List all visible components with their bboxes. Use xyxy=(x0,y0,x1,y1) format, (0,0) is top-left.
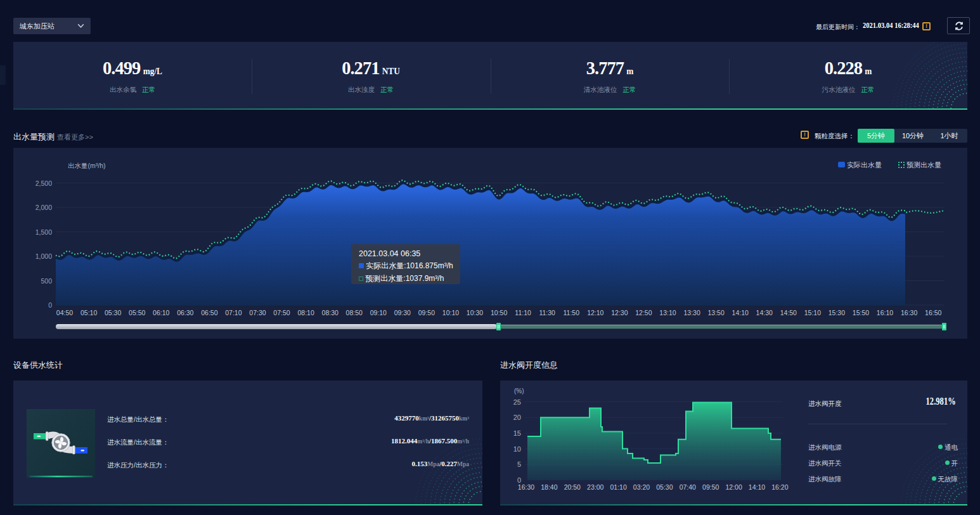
svg-text:11:30: 11:30 xyxy=(539,309,555,316)
svg-text:5: 5 xyxy=(517,460,521,468)
svg-text:14:10: 14:10 xyxy=(749,483,765,491)
svg-text:10:50: 10:50 xyxy=(491,309,507,316)
svg-text:05:10: 05:10 xyxy=(81,309,97,316)
svg-text:04:50: 04:50 xyxy=(56,309,73,316)
svg-text:0: 0 xyxy=(48,301,52,309)
svg-text:08:50: 08:50 xyxy=(346,309,363,316)
svg-text:18:40: 18:40 xyxy=(541,483,557,491)
svg-text:05:30: 05:30 xyxy=(656,483,673,491)
svg-text:16:30: 16:30 xyxy=(518,483,534,491)
svg-text:16:50: 16:50 xyxy=(925,309,941,316)
svg-text:12:50: 12:50 xyxy=(635,309,652,316)
svg-text:14:30: 14:30 xyxy=(756,309,773,316)
svg-text:16:10: 16:10 xyxy=(877,309,893,316)
svg-text:06:30: 06:30 xyxy=(177,309,193,316)
svg-text:09:50: 09:50 xyxy=(418,309,435,316)
svg-text:08:30: 08:30 xyxy=(322,309,338,316)
svg-text:16:20: 16:20 xyxy=(771,483,788,491)
svg-text:11:50: 11:50 xyxy=(564,309,580,316)
svg-text:12:30: 12:30 xyxy=(611,309,628,316)
svg-text:500: 500 xyxy=(41,277,52,285)
svg-text:05:50: 05:50 xyxy=(129,309,145,316)
svg-text:07:30: 07:30 xyxy=(249,309,266,316)
svg-text:13:50: 13:50 xyxy=(707,309,724,316)
svg-text:1,000: 1,000 xyxy=(35,252,52,260)
svg-text:20: 20 xyxy=(513,414,521,421)
svg-text:2,000: 2,000 xyxy=(35,204,52,211)
svg-text:13:30: 13:30 xyxy=(683,309,700,316)
svg-text:10:10: 10:10 xyxy=(442,309,459,316)
svg-text:15:50: 15:50 xyxy=(853,309,869,316)
svg-text:2,500: 2,500 xyxy=(35,179,52,187)
svg-text:01:10: 01:10 xyxy=(610,483,626,491)
svg-text:11:10: 11:10 xyxy=(515,309,531,316)
svg-text:15:10: 15:10 xyxy=(804,309,821,316)
svg-text:23:00: 23:00 xyxy=(587,483,603,491)
svg-text:14:10: 14:10 xyxy=(732,309,749,316)
svg-text:10:30: 10:30 xyxy=(467,309,483,316)
svg-text:03:20: 03:20 xyxy=(633,483,650,491)
svg-text:09:50: 09:50 xyxy=(702,483,719,491)
svg-text:16:30: 16:30 xyxy=(901,309,917,316)
svg-text:09:30: 09:30 xyxy=(394,309,411,316)
svg-text:12:10: 12:10 xyxy=(587,309,603,316)
svg-text:07:10: 07:10 xyxy=(225,309,242,316)
svg-text:10: 10 xyxy=(513,445,521,453)
svg-text:06:10: 06:10 xyxy=(153,309,169,316)
svg-text:09:10: 09:10 xyxy=(370,309,387,316)
svg-text:15:30: 15:30 xyxy=(828,309,845,316)
svg-text:05:30: 05:30 xyxy=(105,309,121,316)
svg-text:12:00: 12:00 xyxy=(725,483,742,491)
svg-text:1,500: 1,500 xyxy=(35,228,52,236)
svg-text:08:10: 08:10 xyxy=(297,309,314,316)
svg-text:15: 15 xyxy=(513,429,521,437)
svg-text:07:50: 07:50 xyxy=(273,309,290,316)
svg-text:20:50: 20:50 xyxy=(564,483,581,491)
svg-text:13:10: 13:10 xyxy=(659,309,676,316)
svg-text:06:50: 06:50 xyxy=(201,309,217,316)
svg-text:07:40: 07:40 xyxy=(680,483,696,491)
svg-text:14:50: 14:50 xyxy=(780,309,797,316)
svg-text:25: 25 xyxy=(513,398,521,406)
